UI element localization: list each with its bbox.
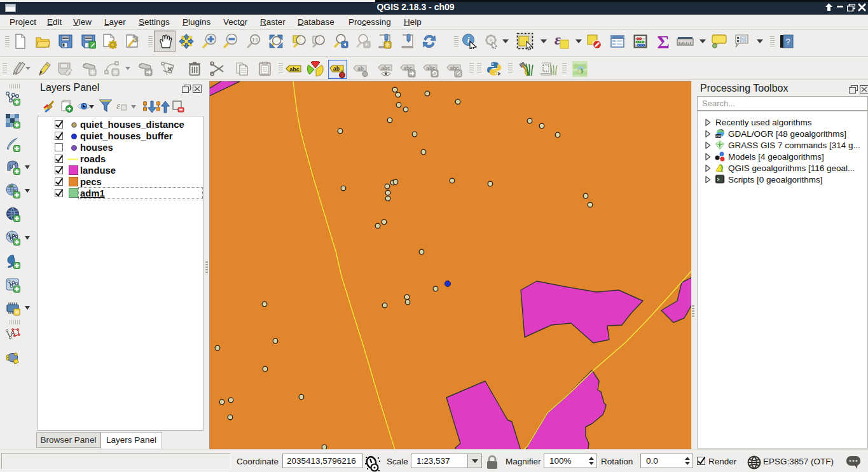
svg-text:i: i — [467, 35, 470, 45]
svg-text:abc: abc — [289, 66, 300, 73]
svg-text:ab: ab — [357, 66, 364, 72]
svg-text:ab: ab — [333, 66, 340, 72]
svg-text:Σ: Σ — [657, 32, 670, 52]
svg-text:1:1: 1:1 — [252, 38, 258, 42]
svg-text:ε: ε — [116, 101, 120, 111]
svg-text:GDAL: GDAL — [715, 135, 722, 138]
svg-text:abc: abc — [381, 65, 390, 71]
svg-text:?: ? — [785, 37, 790, 46]
